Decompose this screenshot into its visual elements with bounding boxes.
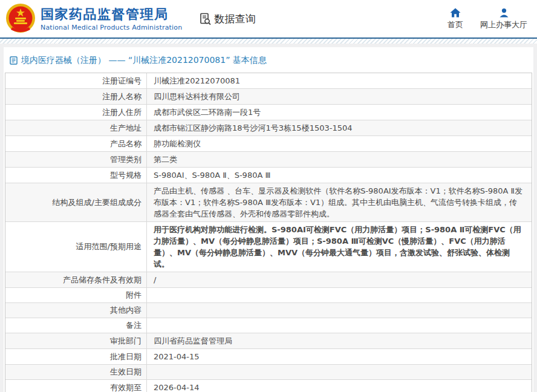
content-panel: 境内医疗器械（注册） —— “川械注准20212070081” 基本信息 注册证… [4,47,533,392]
row-value: 肺功能检测仪 [147,136,532,151]
table-row: 其他内容 [5,302,532,318]
breadcrumb: 境内医疗器械（注册） —— “川械注准20212070081” 基本信息 [4,47,533,73]
table-row: 审批部门四川省药品监督管理局 [5,333,532,348]
row-label: 备注 [5,318,147,333]
table-row: 生产地址成都市锦江区静沙南路18号沙河1号3栋15楼1503-1504 [5,120,532,136]
row-value: 成都市武侯区二环路南一段1号 [147,105,532,120]
row-label: 批准日期 [5,349,147,364]
table-row: 批准日期2021-04-15 [5,348,532,364]
row-label: 生产地址 [5,120,147,136]
table-row: 管理类别第二类 [5,151,532,167]
data-query-icon [199,13,212,25]
table-row: 产品名称肺功能检测仪 [5,136,532,151]
data-query-label: 数据查询 [214,12,255,26]
table-row: 注册人名称四川思科达科技有限公司 [5,88,532,104]
row-value: 用于医疗机构对肺功能进行检测。S-980AⅠ可检测FVC（用力肺活量）项目；S-… [147,222,532,272]
table-row: 产品储存条件及有效期/ [5,272,532,287]
header-nav: 首页 网上办事大厅 [448,8,527,30]
row-value: S-980AⅠ、S-980A Ⅱ、S-980A Ⅲ [147,168,532,183]
row-label: 产品名称 [5,136,147,151]
nav-online-hall-label: 网上办事大厅 [480,19,527,30]
row-value [147,288,532,302]
nav-home-label: 首页 [448,19,463,30]
agency-subtitle: National Medical Products Administration [41,24,182,31]
row-label: 附件 [5,288,147,302]
table-row: 生效日期 [5,364,532,379]
logo-block: 国家药品监督管理局 National Medical Products Admi… [5,3,182,34]
table-row: 型号规格S-980AⅠ、S-980A Ⅱ、S-980A Ⅲ [5,167,532,183]
row-value: 四川思科达科技有限公司 [147,89,532,104]
row-label: 注册人住所 [5,105,147,120]
row-label: 注册人名称 [5,89,147,104]
row-label: 有效期至 [5,380,147,392]
row-label: 产品储存条件及有效期 [5,272,147,287]
site-header: 国家药品监督管理局 National Medical Products Admi… [0,0,537,38]
data-query-section: 数据查询 [199,12,255,26]
home-icon [450,8,461,18]
row-value: 四川省药品监督管理局 [147,333,532,348]
table-row: 有效期至2026-04-14 [5,379,532,392]
row-label: 型号规格 [5,168,147,183]
table-row: 注册证编号川械注准20212070081 [5,73,532,88]
table-row: 适用范围/预期用途用于医疗机构对肺功能进行检测。S-980AⅠ可检测FVC（用力… [5,221,532,272]
nav-online-hall[interactable]: 网上办事大厅 [480,8,527,30]
table-row: 备注 [5,318,532,333]
nav-home[interactable]: 首页 [448,8,463,30]
row-value: 第二类 [147,152,532,167]
row-value: 产品由主机、传感器 、台车、显示器及检测软件（软件名称S-980AⅠ发布版本：V… [147,183,532,221]
row-label: 注册证编号 [5,73,147,88]
table-row: 结构及组成/主要组成成分产品由主机、传感器 、台车、显示器及检测软件（软件名称S… [5,183,532,221]
row-value: 成都市锦江区静沙南路18号沙河1号3栋15楼1503-1504 [147,120,532,136]
row-label: 生效日期 [5,365,147,379]
breadcrumb-text: 境内医疗器械（注册） —— “川械注准20212070081” 基本信息 [21,55,267,66]
row-label: 适用范围/预期用途 [5,222,147,272]
row-value: 2026-04-14 [147,380,532,392]
agency-titles: 国家药品监督管理局 National Medical Products Admi… [41,7,182,31]
row-label: 其他内容 [5,303,147,318]
row-value [147,303,532,318]
hatch-strip [0,39,537,44]
row-value [147,318,532,333]
table-row: 注册人住所成都市武侯区二环路南一段1号 [5,104,532,120]
row-value: / [147,272,532,287]
agency-title: 国家药品监督管理局 [41,7,182,22]
document-icon [10,56,18,65]
user-icon [499,8,509,18]
row-value: 2021-04-15 [147,349,532,364]
table-row: 附件 [5,287,532,302]
info-table: 注册证编号川械注准20212070081注册人名称四川思科达科技有限公司注册人住… [5,73,532,392]
national-emblem-logo [5,3,36,34]
row-value [147,365,532,379]
row-label: 管理类别 [5,152,147,167]
row-label: 结构及组成/主要组成成分 [5,183,147,221]
row-label: 审批部门 [5,333,147,348]
row-value: 川械注准20212070081 [147,73,532,88]
